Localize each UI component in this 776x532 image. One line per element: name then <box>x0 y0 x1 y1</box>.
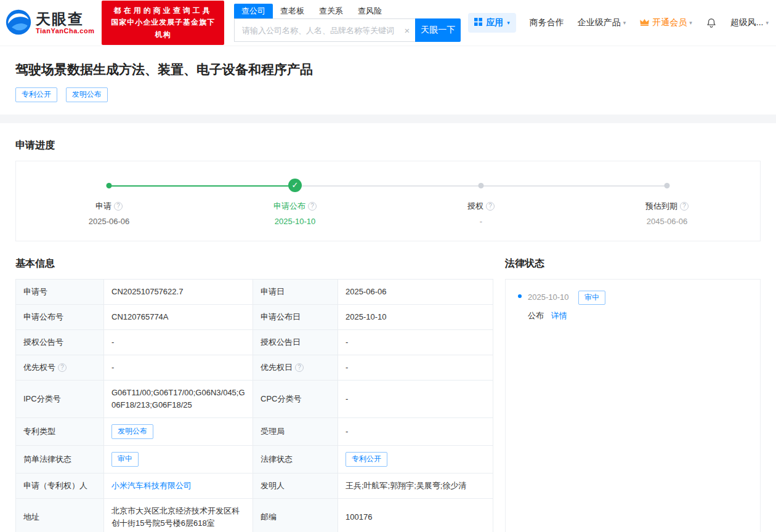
patent-tags: 专利公开 发明公布 <box>15 87 761 102</box>
step-grant: 授权? - <box>388 175 574 226</box>
field-label: 邮编 <box>253 498 338 532</box>
simple-legal-status-tag: 审中 <box>111 452 139 467</box>
top-bar: 天眼查 TianYanCha.com 都在用的商业查询工具 国家中小企业发展子基… <box>0 0 776 46</box>
enterprise-label: 企业级产品 <box>578 17 621 28</box>
step-date: 2025-10-10 <box>202 217 388 226</box>
applicant-link[interactable]: 小米汽车科技有限公司 <box>111 481 192 490</box>
field-value: - <box>104 329 253 355</box>
field-label: IPC分类号 <box>16 381 104 418</box>
search-tab-boss[interactable]: 查老板 <box>273 4 312 18</box>
search-input[interactable] <box>234 18 415 42</box>
field-value: 小米汽车科技有限公司 <box>104 473 253 498</box>
section-divider <box>0 115 776 123</box>
nav-open-vip[interactable]: 开通会员 ▾ <box>639 17 692 28</box>
nav-enterprise-products[interactable]: 企业级产品 ▾ <box>578 17 626 28</box>
info-row: 地址 北京市大兴区北京经济技术开发区科创十街15号院5号楼6层618室 邮编 1… <box>16 498 493 532</box>
tianyancha-logo[interactable]: 天眼查 TianYanCha.com <box>5 9 94 38</box>
search-area: 查公司 查老板 查关系 查风险 × 天眼一下 <box>234 4 461 42</box>
legal-status-section: 法律状态 2025-10-10 审中 公布 详情 <box>505 241 761 532</box>
field-value: - <box>338 355 493 381</box>
patent-type-tag: 发明公布 <box>111 424 153 439</box>
step-label: 预估到期 <box>645 201 677 211</box>
top-nav: 应用 ▾ 商务合作 企业级产品 ▾ 开通会员 ▾ 超级风... ▾ <box>468 13 769 33</box>
field-label: 申请（专利权）人 <box>16 473 104 498</box>
notification-bell-icon[interactable] <box>706 17 717 28</box>
search-tab-company[interactable]: 查公司 <box>234 4 273 18</box>
help-icon[interactable]: ? <box>680 202 689 211</box>
apps-label: 应用 <box>486 17 503 28</box>
field-label: 授权公告号 <box>16 329 104 355</box>
super-risk-label: 超级风... <box>730 17 764 28</box>
field-value: 100176 <box>338 498 493 532</box>
field-label: 发明人 <box>253 473 338 498</box>
field-label: 法律状态 <box>253 446 338 474</box>
crown-icon <box>639 18 650 28</box>
grid-icon <box>474 18 482 28</box>
search-tab-relation[interactable]: 查关系 <box>312 4 350 18</box>
apps-menu[interactable]: 应用 ▾ <box>468 13 516 33</box>
field-value: 北京市大兴区北京经济技术开发区科创十街15号院5号楼6层618室 <box>104 498 253 532</box>
field-value: CN120765774A <box>104 304 253 329</box>
legal-status-heading: 法律状态 <box>505 257 761 270</box>
field-label: 申请公布号 <box>16 304 104 329</box>
step-dot-pending <box>479 183 484 188</box>
info-row: 专利类型 发明公布 受理局 - <box>16 418 493 446</box>
field-label: 简单法律状态 <box>16 446 104 474</box>
promo-banner: 都在用的商业查询工具 国家中小企业发展子基金旗下机构 <box>102 1 224 45</box>
info-row: 申请号 CN202510757622.7 申请日 2025-06-06 <box>16 279 493 304</box>
search-tabs: 查公司 查老板 查关系 查风险 <box>234 4 461 18</box>
legal-status-item: 2025-10-10 审中 公布 详情 <box>518 291 748 322</box>
help-icon[interactable]: ? <box>58 363 67 372</box>
info-row: 授权公告号 - 授权公告日 - <box>16 329 493 355</box>
clear-icon[interactable]: × <box>404 25 410 36</box>
help-icon[interactable]: ? <box>114 202 123 211</box>
legal-item-status-tag: 审中 <box>578 291 605 305</box>
step-application: 申请? 2025-06-06 <box>16 175 202 226</box>
field-value: - <box>104 355 253 381</box>
progress-card: 申请? 2025-06-06 ✓ 申请公布? 2025-10-10 授权? <box>15 161 761 241</box>
help-icon[interactable]: ? <box>295 363 304 372</box>
search-button[interactable]: 天眼一下 <box>415 18 461 42</box>
field-label: CPC分类号 <box>253 381 338 418</box>
field-label: 授权公告日 <box>253 329 338 355</box>
info-row: 简单法律状态 审中 法律状态 专利公开 <box>16 446 493 474</box>
basic-info-table: 申请号 CN202510757622.7 申请日 2025-06-06 申请公布… <box>15 279 493 532</box>
chevron-down-icon: ▾ <box>689 20 692 26</box>
field-value: 2025-10-10 <box>338 304 493 329</box>
field-value: 专利公开 <box>338 446 493 474</box>
field-value: 2025-06-06 <box>338 279 493 304</box>
field-label: 申请号 <box>16 279 104 304</box>
step-dot-done <box>107 183 112 188</box>
field-value: G06T11/00;G06T17/00;G06N3/045;G06F18/213… <box>104 381 253 418</box>
legal-action: 公布 <box>528 311 544 320</box>
promo-line1: 都在用的商业查询工具 <box>108 5 218 17</box>
info-row: IPC分类号 G06T11/00;G06T17/00;G06N3/045;G06… <box>16 381 493 418</box>
basic-info-heading: 基本信息 <box>15 257 493 270</box>
chevron-down-icon: ▾ <box>766 20 769 26</box>
nav-business-cooperation[interactable]: 商务合作 <box>530 17 564 28</box>
progress-heading: 申请进度 <box>15 139 761 152</box>
field-value: - <box>338 418 493 446</box>
field-label: 优先权日? <box>253 355 338 381</box>
field-label: 地址 <box>16 498 104 532</box>
legal-detail-link[interactable]: 详情 <box>551 311 567 320</box>
step-date: - <box>388 217 574 226</box>
field-label: 专利类型 <box>16 418 104 446</box>
patent-header: 驾驶场景数据生成方法、装置、电子设备和程序产品 专利公开 发明公布 <box>0 46 776 115</box>
info-row: 申请（专利权）人 小米汽车科技有限公司 发明人 王兵;叶航军;郭翔宇;吴展弯;徐… <box>16 473 493 498</box>
tag-invention-publication: 发明公布 <box>66 87 108 102</box>
help-icon[interactable]: ? <box>486 202 495 211</box>
basic-info-section: 基本信息 申请号 CN202510757622.7 申请日 2025-06-06… <box>15 241 493 532</box>
field-value: CN202510757622.7 <box>104 279 253 304</box>
nav-super-risk[interactable]: 超级风... ▾ <box>730 17 769 28</box>
search-tab-risk[interactable]: 查风险 <box>350 4 389 18</box>
legal-status-card: 2025-10-10 审中 公布 详情 <box>505 279 761 532</box>
step-date: 2045-06-06 <box>574 217 760 226</box>
help-icon[interactable]: ? <box>308 202 317 211</box>
info-row: 优先权号? - 优先权日? - <box>16 355 493 381</box>
main-content: 申请进度 申请? 2025-06-06 ✓ 申请公布? <box>0 139 776 532</box>
field-value: 发明公布 <box>104 418 253 446</box>
step-publication: ✓ 申请公布? 2025-10-10 <box>202 175 388 226</box>
chevron-down-icon: ▾ <box>623 20 626 26</box>
field-value: - <box>338 381 493 418</box>
